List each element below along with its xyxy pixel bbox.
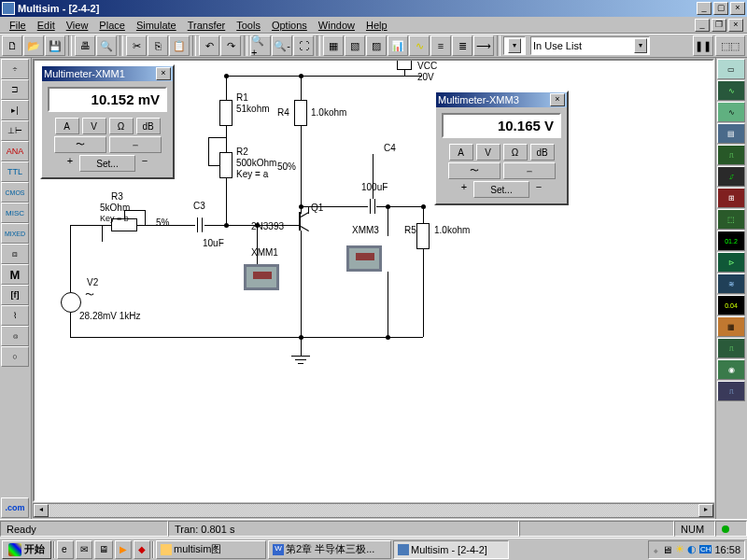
stop-button[interactable]: ⬚⬚	[715, 35, 745, 56]
v2-source[interactable]	[61, 292, 81, 313]
menu-view[interactable]: View	[61, 19, 94, 32]
palette-analog[interactable]: ANA	[1, 141, 29, 161]
in-use-combo[interactable]: In Use List▾	[530, 36, 650, 55]
run-button[interactable]: ∿	[409, 35, 430, 56]
copy-button[interactable]: ⎘	[148, 35, 168, 56]
start-button[interactable]: 开始	[2, 540, 51, 559]
instr-3[interactable]: ▤	[717, 123, 745, 144]
tray-clock[interactable]: 16:58	[714, 544, 740, 555]
instr-2[interactable]: ∿	[717, 102, 745, 122]
palette-f[interactable]: [f]	[1, 285, 29, 305]
zoom-out-button[interactable]: 🔍-	[272, 35, 292, 56]
tool-button-7[interactable]: ⟶	[473, 35, 494, 56]
menu-help[interactable]: Help	[360, 19, 393, 32]
mm1-set-button[interactable]: Set...	[79, 155, 135, 172]
instr-9[interactable]: ⊳	[717, 252, 745, 273]
menu-simulate[interactable]: Simulate	[131, 19, 182, 32]
mdi-close-button[interactable]: ×	[728, 19, 743, 32]
tray-icon-5[interactable]: CH	[699, 545, 712, 553]
instr-14[interactable]: ◉	[717, 359, 745, 380]
palette-m[interactable]: M	[1, 264, 29, 285]
tray-icon-4[interactable]: ◐	[687, 543, 697, 555]
xmm1-instrument[interactable]	[244, 264, 279, 290]
mm1-mode-db[interactable]: dB	[136, 118, 161, 134]
quick-desktop[interactable]: 🖥	[94, 540, 113, 559]
menu-edit[interactable]: Edit	[32, 19, 61, 32]
quick-oe[interactable]: ✉	[76, 540, 92, 559]
instr-5[interactable]: ⎎	[717, 166, 745, 187]
preview-button[interactable]: 🔍	[96, 35, 117, 56]
tray-icon-2[interactable]: 🖥	[662, 544, 672, 555]
mdi-minimize-button[interactable]: _	[695, 19, 710, 32]
zoom-in-button[interactable]: 🔍+	[250, 35, 271, 56]
mm3-set-button[interactable]: Set...	[473, 181, 529, 198]
r4[interactable]	[294, 100, 307, 126]
instr-4[interactable]: ⎍	[717, 145, 745, 165]
find-combo[interactable]: ▾	[503, 36, 526, 55]
instr-11[interactable]: 0.04	[717, 295, 745, 315]
redo-button[interactable]: ↷	[220, 35, 241, 56]
multimeter-xmm3-window[interactable]: Multimeter-XMM3× 10.165 V A V Ω dB 〜 ⎓ +…	[434, 91, 569, 205]
quick-wmp[interactable]: ▶	[115, 540, 132, 559]
tool-button-4[interactable]: 📊	[388, 35, 408, 56]
instr-15[interactable]: ⎍	[717, 381, 745, 401]
horizontal-scrollbar[interactable]: ◂ ▸	[33, 503, 714, 518]
tool-button-5[interactable]: ≡	[430, 35, 451, 56]
tool-button-3[interactable]: ▨	[366, 35, 387, 56]
save-button[interactable]: 💾	[45, 35, 65, 56]
task-item-2[interactable]: Multisim - [2-4-2]	[393, 540, 509, 559]
minimize-button[interactable]: _	[697, 2, 712, 15]
undo-button[interactable]: ↶	[199, 35, 219, 56]
instr-10[interactable]: ≋	[717, 273, 745, 294]
dropdown-icon[interactable]: ▾	[634, 38, 647, 53]
mm1-mode-a[interactable]: A	[55, 118, 79, 134]
menu-tools[interactable]: Tools	[231, 19, 266, 32]
quick-app[interactable]: ◆	[134, 540, 150, 559]
open-button[interactable]: 📂	[23, 35, 44, 56]
zoom-fit-button[interactable]: ⛶	[293, 35, 314, 56]
mm1-mode-v[interactable]: V	[82, 118, 106, 134]
palette-misc2[interactable]: ○	[1, 346, 29, 367]
r5[interactable]	[416, 223, 430, 249]
task-item-1[interactable]: W第2章 半导体三极...	[268, 540, 391, 559]
task-item-0[interactable]: multisim图	[156, 540, 266, 559]
palette-cmos[interactable]: CMOS	[1, 182, 29, 203]
mm1-close-button[interactable]: ×	[156, 67, 171, 80]
mm3-dc-button[interactable]: ⎓	[503, 162, 556, 179]
tray-icon-3[interactable]: ☀	[675, 543, 684, 555]
multimeter-xmm1-window[interactable]: Multimeter-XMM1× 10.152 mV A V Ω dB 〜 ⎓ …	[40, 64, 175, 179]
pause-button[interactable]: ❚❚	[693, 35, 713, 56]
xmm3-instrument[interactable]	[346, 245, 382, 272]
palette-diode[interactable]: ▸|	[1, 100, 29, 120]
palette-rf[interactable]: ⌾	[1, 326, 29, 346]
maximize-button[interactable]: ▢	[713, 2, 728, 15]
mm3-mode-ohm[interactable]: Ω	[503, 144, 528, 161]
tool-button-6[interactable]: ≣	[452, 35, 472, 56]
dropdown-icon[interactable]: ▾	[508, 38, 521, 53]
r2[interactable]	[219, 152, 233, 178]
new-button[interactable]: 🗋	[2, 35, 22, 56]
mm3-mode-db[interactable]: dB	[530, 144, 555, 161]
menu-window[interactable]: Window	[313, 19, 360, 32]
instr-13[interactable]: ⎍	[717, 338, 745, 358]
palette-edaparts[interactable]: .com	[1, 497, 29, 518]
palette-source[interactable]: ÷	[1, 59, 29, 79]
mm1-mode-ohm[interactable]: Ω	[109, 118, 134, 134]
palette-basic[interactable]: ⊐	[1, 79, 29, 100]
cut-button[interactable]: ✂	[126, 35, 147, 56]
palette-ttl[interactable]: TTL	[1, 161, 29, 182]
q1[interactable]	[299, 212, 301, 231]
mm1-ac-button[interactable]: 〜	[54, 136, 106, 153]
palette-electromech[interactable]: ⌇	[1, 305, 29, 326]
close-button[interactable]: ×	[730, 2, 745, 15]
system-tray[interactable]: ⬥ 🖥 ☀ ◐ CH 16:58	[648, 540, 745, 559]
mdi-restore-button[interactable]: ❐	[712, 19, 726, 32]
vcc-terminal[interactable]	[397, 59, 412, 70]
palette-indicator[interactable]: ⧈	[1, 244, 29, 264]
instr-1[interactable]: ∿	[717, 80, 745, 101]
tool-button-1[interactable]: ▦	[323, 35, 344, 56]
instr-0[interactable]: ▭	[717, 59, 745, 79]
menu-transfer[interactable]: Transfer	[182, 19, 232, 32]
mm3-mode-v[interactable]: V	[476, 144, 500, 161]
menu-options[interactable]: Options	[266, 19, 313, 32]
